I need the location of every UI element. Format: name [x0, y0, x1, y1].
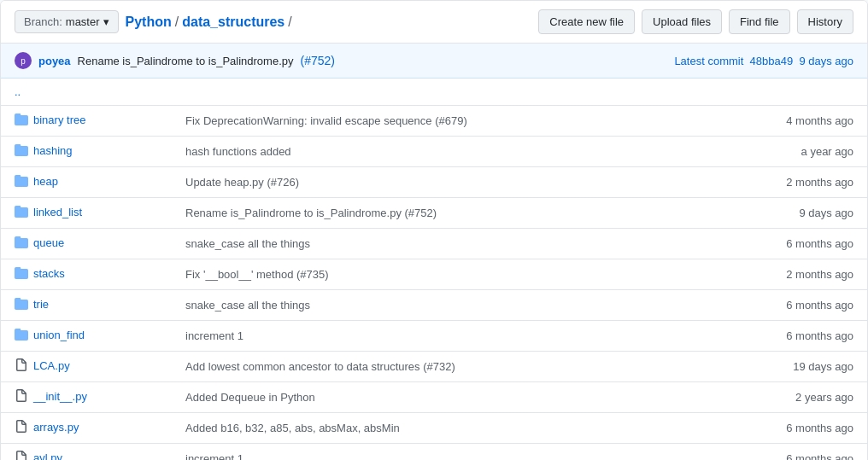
- file-link[interactable]: trie: [33, 298, 49, 311]
- file-icon: LCA.py: [15, 358, 70, 372]
- file-table: .. binary tree Fix DeprecationWarning: i…: [1, 79, 867, 460]
- file-icon: trie: [15, 297, 49, 311]
- table-row: binary tree Fix DeprecationWarning: inva…: [1, 106, 867, 137]
- file-link[interactable]: arrays.py: [33, 421, 79, 434]
- breadcrumb-data-structures[interactable]: data_structures: [182, 15, 284, 30]
- file-time: 6 months ago: [786, 329, 853, 342]
- file-time: 4 months ago: [786, 114, 853, 127]
- file-message: Added b16, b32, a85, abs, absMax, absMin: [185, 422, 400, 434]
- file-message: Added Dequeue in Python: [185, 391, 315, 404]
- file-time: a year ago: [801, 145, 853, 158]
- latest-commit-label: Latest commit: [674, 55, 743, 67]
- table-row: queue snake_case all the things 6 months…: [1, 229, 867, 259]
- file-icon: queue: [15, 236, 64, 249]
- file-time: 2 months ago: [786, 268, 853, 281]
- table-row: trie snake_case all the things 6 months …: [1, 290, 867, 321]
- table-row: arrays.py Added b16, b32, a85, abs, absM…: [1, 413, 867, 444]
- find-file-button[interactable]: Find file: [729, 9, 790, 34]
- file-time: 6 months ago: [786, 237, 853, 250]
- table-row: LCA.py Add lowest common ancestor to dat…: [1, 352, 867, 382]
- file-link[interactable]: stacks: [33, 267, 65, 280]
- chevron-down-icon: ▾: [103, 15, 109, 28]
- file-icon: __init__.py: [15, 389, 87, 403]
- file-link[interactable]: binary tree: [33, 114, 85, 126]
- file-icon: stacks: [15, 266, 65, 280]
- file-icon: union_find: [15, 328, 85, 341]
- file-time: 6 months ago: [786, 452, 853, 460]
- commit-time: 9 days ago: [799, 55, 853, 67]
- file-icon: arrays.py: [15, 420, 79, 434]
- table-row: linked_list Rename is_Palindrome to is_P…: [1, 198, 867, 229]
- history-button[interactable]: History: [797, 9, 853, 34]
- file-message: snake_case all the things: [185, 237, 310, 250]
- table-row: __init__.py Added Dequeue in Python 2 ye…: [1, 382, 867, 413]
- branch-label-prefix: Branch:: [24, 15, 62, 28]
- branch-selector[interactable]: Branch: master ▾: [15, 10, 119, 33]
- breadcrumb-sep-1: /: [175, 15, 179, 30]
- table-row: union_find increment 1 6 months ago: [1, 321, 867, 352]
- file-time: 9 days ago: [799, 207, 853, 219]
- file-time: 6 months ago: [786, 299, 853, 312]
- table-row: ..: [1, 79, 867, 106]
- table-row: heap Update heap.py (#726) 2 months ago: [1, 167, 867, 198]
- commit-message: Rename is_Palindrome to is_Palindrome.py: [78, 55, 294, 67]
- file-link[interactable]: hashing: [33, 144, 73, 157]
- parent-dir-link[interactable]: ..: [15, 85, 21, 98]
- file-message: Fix '__bool__' method (#735): [185, 268, 329, 281]
- file-time: 6 months ago: [786, 422, 853, 434]
- file-time: 2 months ago: [786, 176, 853, 189]
- file-link[interactable]: __init__.py: [33, 390, 87, 403]
- upload-files-button[interactable]: Upload files: [642, 9, 722, 34]
- top-bar-right: Create new file Upload files Find file H…: [538, 9, 853, 34]
- avatar: p: [15, 52, 32, 69]
- commit-pr-link[interactable]: (#752): [300, 54, 334, 67]
- branch-name: master: [66, 15, 100, 28]
- file-message: increment 1: [185, 452, 243, 460]
- file-message: increment 1: [185, 329, 243, 342]
- commit-bar-left: p poyea Rename is_Palindrome to is_Palin…: [15, 52, 335, 69]
- table-row: avl.py increment 1 6 months ago: [1, 444, 867, 461]
- file-icon: linked_list: [15, 205, 82, 218]
- file-icon: binary tree: [15, 113, 85, 126]
- file-link[interactable]: avl.py: [33, 451, 62, 461]
- table-row: hashing hash functions added a year ago: [1, 137, 867, 167]
- commit-hash-link[interactable]: 48bba49: [750, 55, 794, 67]
- file-link[interactable]: LCA.py: [33, 359, 70, 372]
- breadcrumb-sep-2: /: [288, 15, 291, 30]
- file-message: snake_case all the things: [185, 299, 310, 312]
- top-bar: Branch: master ▾ Python / data_structure…: [1, 1, 867, 44]
- commit-bar-right: Latest commit 48bba49 9 days ago: [674, 55, 853, 67]
- commit-author[interactable]: poyea: [38, 55, 71, 67]
- table-row: stacks Fix '__bool__' method (#735) 2 mo…: [1, 259, 867, 290]
- file-link[interactable]: heap: [33, 175, 58, 188]
- breadcrumb: Python / data_structures /: [126, 15, 292, 30]
- file-time: 2 years ago: [795, 391, 853, 404]
- create-new-file-button[interactable]: Create new file: [538, 9, 635, 34]
- file-message: Fix DeprecationWarning: invalid escape s…: [185, 114, 467, 127]
- commit-bar: p poyea Rename is_Palindrome to is_Palin…: [1, 44, 867, 79]
- breadcrumb-python[interactable]: Python: [126, 15, 172, 30]
- file-link[interactable]: linked_list: [33, 206, 82, 218]
- file-icon: hashing: [15, 143, 73, 157]
- file-icon: avl.py: [15, 451, 62, 460]
- file-message: Add lowest common ancestor to data struc…: [185, 360, 455, 373]
- file-message: hash functions added: [185, 145, 291, 158]
- file-message: Rename is_Palindrome to is_Palindrome.py…: [185, 207, 437, 219]
- file-link[interactable]: queue: [33, 236, 64, 249]
- top-bar-left: Branch: master ▾ Python / data_structure…: [15, 10, 292, 33]
- file-time: 19 days ago: [793, 360, 853, 373]
- file-icon: heap: [15, 174, 58, 188]
- file-link[interactable]: union_find: [33, 329, 85, 341]
- file-message: Update heap.py (#726): [185, 176, 299, 189]
